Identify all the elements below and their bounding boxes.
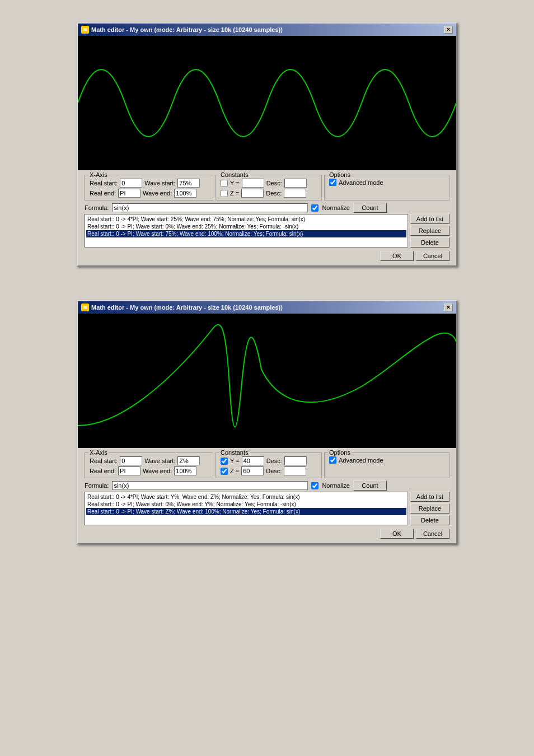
real-end-input-2[interactable] (118, 466, 140, 475)
title-bar-2: ≋ Math editor - My own (mode: Arbitrary … (78, 301, 456, 314)
constants-label-2: Constants (219, 449, 250, 456)
list-box-2[interactable]: Real start:: 0 -> 4*PI; Wave start: Y%; … (85, 492, 408, 525)
advanced-mode-checkbox-1[interactable] (329, 179, 336, 186)
normalize-checkbox-2[interactable] (311, 482, 318, 489)
controls-area-2: X-Axis Real start: Wave start: Real end:… (78, 448, 456, 543)
normalize-label-1: Normalize (322, 204, 350, 211)
wave-start-label-1: Wave start: (144, 180, 175, 186)
waveform-display-2 (78, 314, 456, 448)
options-label-2: Options (328, 449, 352, 456)
z-desc-label-1: Desc: (266, 190, 282, 197)
constants-label-1: Constants (219, 171, 250, 178)
formula-label-2: Formula: (85, 482, 109, 489)
advanced-mode-label-2: Advanced mode (339, 457, 383, 464)
list-item-1-0[interactable]: Real start:: 0 -> 4*PI; Wave start: 25%;… (86, 216, 406, 223)
add-to-list-button-2[interactable]: Add to list (410, 492, 449, 502)
cancel-button-1[interactable]: Cancel (416, 251, 449, 261)
replace-button-1[interactable]: Replace (410, 226, 449, 236)
title-bar-text-2: ≋ Math editor - My own (mode: Arbitrary … (81, 304, 283, 311)
wave-start-input-1[interactable] (177, 179, 200, 188)
delete-button-1[interactable]: Delete (410, 237, 449, 248)
formula-label-1: Formula: (85, 204, 109, 211)
add-to-list-button-1[interactable]: Add to list (410, 214, 449, 224)
list-area-2: Real start:: 0 -> 4*PI; Wave start: Y%; … (81, 492, 453, 528)
wave-end-input-1[interactable] (174, 189, 196, 198)
list-item-2-1[interactable]: Real start:: 0 -> PI; Wave start: 0%; Wa… (86, 501, 406, 508)
options-group-2: Options Advanced mode (324, 452, 449, 478)
bottom-buttons-1: OK Cancel (81, 250, 453, 263)
real-start-input-2[interactable] (120, 456, 142, 465)
z-desc-label-2: Desc: (266, 468, 282, 474)
z-label-2: Z = (230, 468, 239, 474)
z-desc-input-2[interactable] (284, 466, 306, 475)
count-button-1[interactable]: Count (353, 203, 387, 213)
xaxis-label-2: X-Axis (88, 449, 109, 456)
list-item-1-2[interactable]: Real start:: 0 -> PI; Wave start: 75%; W… (86, 230, 406, 237)
ok-button-1[interactable]: OK (380, 251, 414, 261)
options-label-1: Options (328, 171, 352, 178)
side-buttons-2: Add to list Replace Delete (410, 492, 449, 525)
close-button-1[interactable]: ✕ (444, 26, 453, 34)
formula-row-1: Formula: Normalize Count (81, 202, 453, 214)
list-area-1: Real start:: 0 -> 4*PI; Wave start: 25%;… (81, 214, 453, 250)
z-desc-input-1[interactable] (284, 189, 306, 198)
normalize-label-2: Normalize (322, 482, 350, 489)
options-group-1: Options Advanced mode (324, 175, 449, 200)
wave-start-input-2[interactable] (177, 456, 200, 465)
count-button-2[interactable]: Count (353, 480, 387, 491)
real-end-label-2: Real end: (90, 468, 116, 474)
delete-button-2[interactable]: Delete (410, 515, 449, 525)
real-start-label-2: Real start: (90, 458, 118, 464)
bottom-buttons-2: OK Cancel (81, 528, 453, 541)
z-label-1: Z = (230, 190, 239, 197)
y-checkbox-2[interactable] (221, 458, 228, 465)
y-checkbox-1[interactable] (221, 180, 228, 187)
y-desc-input-1[interactable] (284, 179, 307, 188)
real-end-input-1[interactable] (118, 189, 140, 198)
app-icon-2: ≋ (81, 304, 89, 311)
controls-area-1: X-Axis Real start: Wave start: Real end:… (78, 170, 456, 265)
math-editor-window-1: ≋ Math editor - My own (mode: Arbitrary … (77, 22, 457, 267)
formula-input-1[interactable] (112, 203, 308, 212)
title-bar-text-1: ≋ Math editor - My own (mode: Arbitrary … (81, 26, 283, 34)
formula-row-2: Formula: Normalize Count (81, 479, 453, 492)
real-end-label-1: Real end: (90, 190, 116, 197)
z-checkbox-2[interactable] (221, 468, 228, 475)
advanced-mode-checkbox-2[interactable] (329, 456, 336, 464)
list-box-1[interactable]: Real start:: 0 -> 4*PI; Wave start: 25%;… (85, 214, 408, 248)
list-item-1-1[interactable]: Real start:: 0 -> PI; Wave start: 0%; Wa… (86, 223, 406, 230)
wave-end-label-1: Wave end: (143, 190, 172, 197)
xaxis-group-2: X-Axis Real start: Wave start: Real end:… (85, 452, 213, 478)
app-icon-1: ≋ (81, 26, 89, 34)
waveform-display-1 (78, 36, 456, 170)
z-checkbox-1[interactable] (221, 190, 228, 197)
y-desc-input-2[interactable] (284, 456, 307, 465)
normalize-checkbox-1[interactable] (311, 204, 318, 212)
wave-end-input-2[interactable] (174, 466, 196, 475)
replace-button-2[interactable]: Replace (410, 503, 449, 514)
constants-group-1: Constants Y = Desc: Z = Desc: (216, 175, 322, 200)
z-input-1[interactable] (241, 189, 264, 198)
wave-start-label-2: Wave start: (144, 458, 175, 464)
y-desc-label-1: Desc: (266, 180, 282, 186)
real-start-input-1[interactable] (120, 179, 142, 188)
y-input-2[interactable] (242, 456, 264, 465)
advanced-mode-label-1: Advanced mode (339, 179, 383, 186)
y-label-2: Y = (230, 458, 240, 464)
title-bar-1: ≋ Math editor - My own (mode: Arbitrary … (78, 24, 456, 36)
xaxis-group-1: X-Axis Real start: Wave start: Real end:… (85, 175, 213, 200)
side-buttons-1: Add to list Replace Delete (410, 214, 449, 248)
y-input-1[interactable] (242, 179, 264, 188)
y-desc-label-2: Desc: (266, 458, 282, 464)
y-label-1: Y = (230, 180, 240, 186)
math-editor-window-2: ≋ Math editor - My own (mode: Arbitrary … (77, 300, 457, 544)
z-input-2[interactable] (241, 466, 264, 475)
ok-button-2[interactable]: OK (380, 529, 414, 539)
wave-end-label-2: Wave end: (143, 468, 172, 474)
cancel-button-2[interactable]: Cancel (416, 529, 449, 539)
list-item-2-0[interactable]: Real start:: 0 -> 4*PI; Wave start: Y%; … (86, 493, 406, 501)
list-item-2-2[interactable]: Real start:: 0 -> PI; Wave start: Z%; Wa… (86, 508, 406, 515)
constants-group-2: Constants Y = Desc: Z = Desc: (216, 452, 322, 478)
close-button-2[interactable]: ✕ (444, 304, 453, 311)
formula-input-2[interactable] (112, 481, 308, 490)
